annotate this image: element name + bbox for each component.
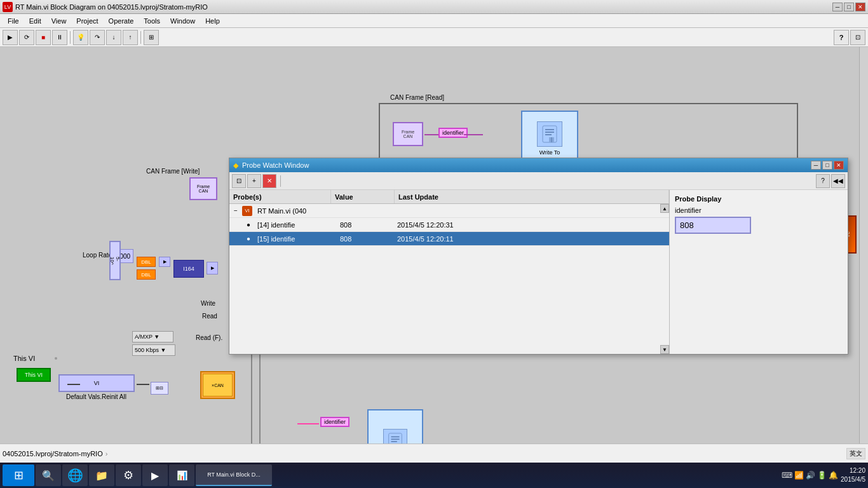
probe-title-left: ◆ Probe Watch Window [233,161,309,170]
step-into-button[interactable]: ↓ [106,30,121,45]
battery-icon: 🔋 [817,471,827,480]
vertical-scrollbar[interactable] [859,47,868,469]
wire-id-out [464,134,483,135]
sys-tray: ⌨ 📶 🔊 🔋 🔔 [782,471,838,480]
menu-operate[interactable]: Operate [104,16,139,26]
probe-close-btn[interactable]: ✕ [834,161,844,170]
probe-content: Probe(s) Value Last Update − VI RT Main.… [229,190,848,354]
probe-row-1[interactable]: ● [14] identifie 808 2015/4/5 12:20:31 [229,218,669,232]
write-meas-icon [537,121,562,147]
taskbar-ie[interactable]: 🌐 [62,464,88,486]
amxp-dropdown[interactable]: A/MXP ▼ [132,331,173,342]
probe-scroll-up-btn[interactable]: ▲ [660,204,669,213]
menu-file[interactable]: File [3,16,24,26]
taskbar-app1[interactable]: ▶ [142,464,168,486]
write-meas-label: Write To [539,149,560,157]
connector-block[interactable]: ⊞⊟ [151,382,168,395]
expand-icon-0[interactable]: − [229,207,242,214]
probe-row-2[interactable]: ● [15] identifie 808 2015/4/5 12:20:11 [229,232,669,246]
read-label: Read [202,313,217,320]
probe-window-title-bar[interactable]: ◆ Probe Watch Window ─ □ ✕ [229,158,848,172]
restore-button[interactable]: □ [844,3,854,11]
probe-restore-btn[interactable]: □ [822,161,832,170]
system-clock: 12:20 2015/4/5 [841,466,865,484]
labview-icon: LV [3,2,13,12]
probe-row-0[interactable]: − VI RT Main.vi (040 [229,204,669,218]
loop-counter-box: 10^5- [109,241,121,280]
vi-subblock[interactable]: VI [58,374,135,392]
probe-display-value: 808 [675,217,751,234]
status-arrow: › [105,450,108,458]
probe-label-2: [15] identifie [255,235,337,243]
title-bar-left: LV RT Main.vi Block Diagram on 04052015.… [3,2,208,12]
status-path: 04052015.lvproj/Stratom-myRIO [3,450,103,458]
probe-nav-btn[interactable]: ◀◀ [831,174,845,188]
taskbar-chrome[interactable]: ⚙ [116,464,141,486]
close-button[interactable]: ✕ [855,3,865,11]
col-header-probes: Probe(s) [229,190,331,203]
run-cont-button[interactable]: ⟳ [19,30,34,45]
pause-button[interactable]: ⏸ [52,30,67,45]
taskbar-right: ⌨ 📶 🔊 🔋 🔔 12:20 2015/4/5 [782,466,865,484]
help-button[interactable]: ? [834,30,849,45]
probe-value-2: 808 [337,235,395,243]
taskbar-app2[interactable]: 📊 [169,464,194,486]
wire-frame-to-id [424,134,438,135]
expand-icon-1[interactable]: ● [242,221,255,228]
can-frame-write-block[interactable]: FrameCAN [189,177,217,200]
menu-project[interactable]: Project [71,16,103,26]
wire-vi2 [137,384,149,385]
dbl-box1: DBL [137,257,156,267]
taskbar-search[interactable]: 🔍 [36,464,61,486]
lang-indicator: 英文 [846,448,865,459]
menu-view[interactable]: View [46,16,72,26]
can-frame-write-label: CAN Frame [Write] [146,168,200,175]
can-frame-read-label: CAN Frame [Read] [390,94,444,101]
run-button[interactable]: ▶ [3,30,18,45]
highlight-button[interactable]: 💡 [73,30,88,45]
wire-lower-id [297,423,319,424]
identifier-lower-block: identifier [320,417,349,427]
probe-minimize-btn[interactable]: ─ [811,161,821,170]
identifier-block: identifier [438,128,468,138]
vi-icon-0: VI [242,206,252,216]
menu-bar: File Edit View Project Operate Tools Win… [0,14,868,28]
window-title: RT Main.vi Block Diagram on 04052015.lvp… [15,3,208,11]
probe-scroll-down-btn[interactable]: ▼ [660,345,669,354]
probe-label-1: [14] identifie [255,221,337,229]
taskbar-folder[interactable]: 📁 [89,464,114,486]
probe-delete-btn[interactable]: ✕ [262,174,276,188]
menu-tools[interactable]: Tools [139,16,165,26]
step-out-button[interactable]: ↑ [123,30,138,45]
menu-edit[interactable]: Edit [24,16,46,26]
col-header-update: Last Update [395,190,669,203]
probe-label-0: RT Main.vi (040 [255,207,337,215]
dbl-box2: DBL [137,269,156,280]
cleanup-button[interactable]: ⊞ [144,30,159,45]
taskbar-labview[interactable]: RT Main.vi Block D... [196,464,272,486]
col-header-value: Value [331,190,395,203]
menu-window[interactable]: Window [165,16,200,26]
probe-add-btn[interactable]: + [247,174,261,188]
probe-table-body: − VI RT Main.vi (040 ● [14] identifie 80… [229,204,669,354]
status-right: 英文 [846,448,865,459]
expand-icon-2[interactable]: ● [242,235,255,242]
probe-display-title: Probe Display [675,195,843,203]
wire-node1 [55,357,57,360]
minimize-button[interactable]: ─ [832,3,843,11]
probe-display-panel: Probe Display identifier 808 [670,190,848,354]
can-frame-block-read[interactable]: FrameCAN [393,122,423,146]
kbps-dropdown[interactable]: 500 Kbps ▼ [132,344,175,356]
step-over-button[interactable]: ↷ [90,30,105,45]
this-vi-block[interactable]: This VI [17,368,51,382]
lower-can-block[interactable]: ×CAN [200,371,235,399]
probe-update-2: 2015/4/5 12:20:11 [395,235,669,243]
probe-show-btn[interactable]: ⊡ [232,174,246,188]
window-ctrl-button[interactable]: ⊡ [850,30,865,45]
probe-help-btn[interactable]: ? [816,174,830,188]
abort-button[interactable]: ■ [36,30,51,45]
default-vals-label: Default Vals.Reinit All [66,393,126,400]
probe-value-1: 808 [337,221,395,229]
menu-help[interactable]: Help [200,16,225,26]
start-button[interactable]: ⊞ [3,464,34,486]
